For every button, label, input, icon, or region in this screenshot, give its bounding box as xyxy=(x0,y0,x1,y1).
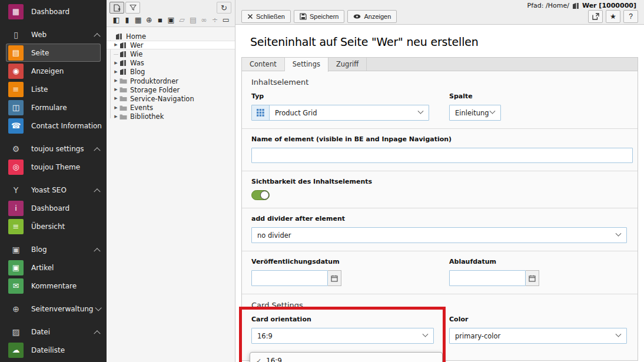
bookmark-button[interactable]: ★ xyxy=(606,10,620,23)
tree-item-home[interactable]: Home xyxy=(107,32,235,41)
tree-item-blog[interactable]: ▶Blog xyxy=(107,68,235,77)
drag-mountpoint-icon[interactable]: ▣ xyxy=(165,15,177,24)
breadcrumb: Pfad: /Home/ Wer [1000000] xyxy=(527,2,636,9)
view-button-label: Anzeigen xyxy=(364,13,391,20)
chevron-up-icon xyxy=(94,33,100,39)
expire-date-picker-button[interactable] xyxy=(526,270,539,286)
expire-date-input[interactable] xyxy=(449,270,526,286)
tab-content[interactable]: Content xyxy=(242,58,285,71)
expand-arrow-icon[interactable]: ▶ xyxy=(113,59,119,68)
typo3-backend-window: ▦Dashboard▯Web▤Seite◉Anzeigen≡Liste◫Form… xyxy=(0,0,644,362)
sidebar-item-blog[interactable]: ▣Blog xyxy=(0,240,107,258)
sidebar-item-artikel[interactable]: ▣Artikel xyxy=(0,258,107,277)
view-button[interactable]: Anzeigen xyxy=(347,10,397,23)
tree-item-label: Was xyxy=(130,59,144,67)
sidebar-item-label: Datei xyxy=(31,328,50,336)
sidebar-item-kommentare[interactable]: ✉Kommentare xyxy=(0,277,107,295)
help-button[interactable]: ? xyxy=(623,10,638,23)
tree-item-wie[interactable]: Wie xyxy=(107,49,235,58)
expand-arrow-icon[interactable]: ▶ xyxy=(113,77,119,85)
publish-date-picker-button[interactable] xyxy=(328,270,341,286)
sidebar-item-contact-information[interactable]: ☎Contact Information xyxy=(0,117,107,135)
drag-page-content-icon[interactable]: ▮ xyxy=(122,15,133,24)
folder-icon xyxy=(119,95,127,102)
doc-header-buttons: SchließenSpeichernAnzeigen xyxy=(241,10,397,23)
drag-plugin-icon[interactable]: ▭ xyxy=(220,15,231,24)
tree-item-bibliothek[interactable]: ▶Bibliothek xyxy=(107,112,235,121)
close-button[interactable]: Schließen xyxy=(241,10,291,23)
tree-item-label: Wer xyxy=(130,41,144,49)
filelist-module-icon: ☁ xyxy=(8,343,24,358)
drag-external-page-icon[interactable]: ▤ xyxy=(187,15,198,24)
tree-item-wer[interactable]: ▶Wer xyxy=(107,41,235,49)
tree-item-label: Events xyxy=(130,104,153,112)
expand-arrow-icon[interactable]: ▶ xyxy=(113,112,119,121)
open-new-window-button[interactable] xyxy=(588,10,603,23)
page-icon xyxy=(119,51,127,58)
tab-zugriff[interactable]: Zugriff xyxy=(328,58,367,71)
sidebar-item-formulare[interactable]: ◫Formulare xyxy=(0,98,107,117)
sidebar-item-toujou-settings[interactable]: ⚙toujou settings xyxy=(0,140,107,158)
view-icon xyxy=(353,14,361,19)
card-orientation-select[interactable]: 16:9 xyxy=(251,328,434,344)
card-color-select[interactable]: primary-color xyxy=(449,328,627,344)
drag-divider-icon[interactable]: ÷ xyxy=(210,15,221,24)
sidebar-item-übersicht[interactable]: ≡Übersicht xyxy=(0,217,107,235)
sidebar-item-label: Übersicht xyxy=(31,222,65,231)
publish-date-input[interactable] xyxy=(251,270,328,286)
drag-folder-icon[interactable]: ▱ xyxy=(177,15,188,24)
sidebar-item-seite[interactable]: ▤Seite xyxy=(6,44,101,62)
calendar-icon xyxy=(529,275,536,282)
calendar-icon xyxy=(331,275,338,282)
tree-item-produktordner[interactable]: ▶Produktordner xyxy=(107,77,235,85)
sidebar-item-label: Seite xyxy=(31,49,49,57)
sidebar-item-liste[interactable]: ≡Liste xyxy=(0,80,107,98)
sidebar-item-label: toujou settings xyxy=(31,145,84,153)
drag-link-icon[interactable]: ∞ xyxy=(198,15,210,24)
name-input[interactable] xyxy=(251,148,633,163)
save-button[interactable]: Speichern xyxy=(294,10,345,23)
page-tree: Home▶WerWie▶Was▶Blog▶Produktordner▶Stora… xyxy=(107,27,235,121)
spalte-select[interactable]: Einleitung xyxy=(449,105,501,121)
spalte-select-value: Einleitung xyxy=(450,109,490,117)
visibility-toggle[interactable] xyxy=(251,190,270,200)
drag-spacer-icon[interactable]: ▪ xyxy=(155,15,166,24)
filter-button[interactable] xyxy=(125,2,140,14)
sidebar-item-yoast-seo[interactable]: YYoast SEO xyxy=(0,181,107,199)
expand-arrow-icon[interactable]: ▶ xyxy=(113,68,119,77)
typ-select[interactable]: Product Grid xyxy=(251,105,429,121)
path-page-ref: Wer [1000000] xyxy=(582,2,636,9)
sidebar-group-gap xyxy=(0,235,107,240)
sidebar-item-label: Liste xyxy=(31,85,48,94)
drag-page-icon[interactable]: ◧ xyxy=(111,15,122,24)
sidebar-item-dateiliste[interactable]: ☁Dateiliste xyxy=(0,341,107,359)
sidebar-item-seitenverwaltung[interactable]: ⊕Seitenverwaltung xyxy=(0,300,107,318)
path-prefix: Pfad: /Home/ xyxy=(527,2,569,9)
expand-arrow-icon[interactable]: ▶ xyxy=(113,85,119,94)
form-tabbar: ContentSettingsZugriff xyxy=(241,57,638,71)
dropdown-option-16-9[interactable]: ✓16:9 xyxy=(250,356,442,362)
tree-item-events[interactable]: ▶Events xyxy=(107,104,235,112)
expand-arrow-icon[interactable]: ▶ xyxy=(113,94,119,103)
expand-arrow-icon[interactable]: ▶ xyxy=(113,41,119,49)
sidebar-item-toujou-theme[interactable]: ◎toujou Theme xyxy=(0,158,107,176)
tab-settings[interactable]: Settings xyxy=(285,58,328,72)
tree-item-was[interactable]: ▶Was xyxy=(107,59,235,68)
divider-select[interactable]: no divider xyxy=(251,227,627,243)
yoast-logo-icon: Y xyxy=(8,182,24,198)
expand-arrow-icon[interactable]: ▶ xyxy=(113,104,119,112)
sidebar-item-anzeigen[interactable]: ◉Anzeigen xyxy=(0,62,107,80)
drag-grid-icon[interactable]: ▦ xyxy=(132,15,144,24)
drag-shortcut-icon[interactable]: ⊕ xyxy=(144,15,155,24)
new-page-button[interactable] xyxy=(109,2,124,14)
sidebar-item-dashboard[interactable]: ▦Dashboard xyxy=(0,2,107,21)
sidebar-item-web[interactable]: ▯Web xyxy=(0,25,107,44)
chevron-down-icon xyxy=(423,331,429,337)
refresh-button[interactable]: ↻ xyxy=(217,2,231,14)
tree-item-service-navigation[interactable]: ▶Service-Navigation xyxy=(107,94,235,103)
tree-item-storage-folder[interactable]: ▶Storage Folder xyxy=(107,85,235,94)
folder-icon xyxy=(119,87,127,93)
sidebar-item-dashboard[interactable]: iDashboard xyxy=(0,199,107,217)
sidebar-item-datei[interactable]: ▨Datei xyxy=(0,323,107,341)
card-orientation-value: 16:9 xyxy=(252,332,423,340)
